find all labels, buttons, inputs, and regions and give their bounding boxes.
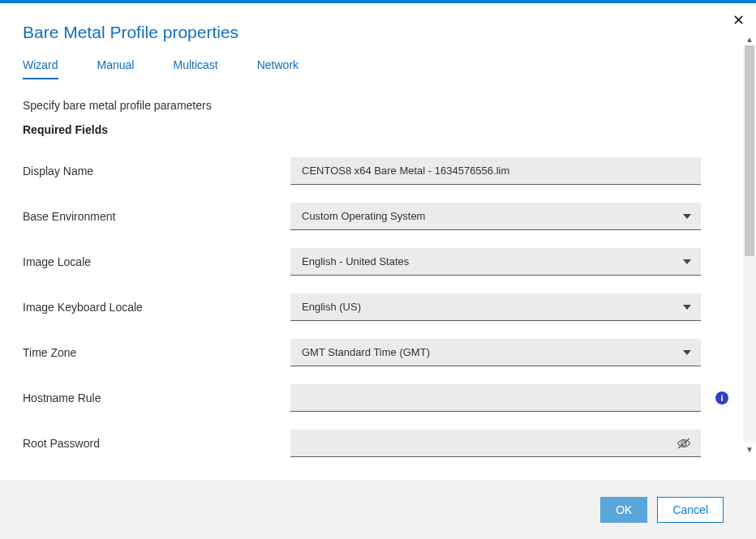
cancel-button[interactable]: Cancel — [657, 497, 724, 523]
control-wrap-image-locale — [290, 248, 701, 276]
label-image-keyboard-locale: Image Keyboard Locale — [23, 301, 290, 314]
dialog-title: Bare Metal Profile properties — [23, 23, 733, 42]
input-hostname-rule[interactable] — [290, 384, 701, 412]
label-base-environment: Base Environment — [23, 210, 290, 223]
dialog-footer: OK Cancel — [0, 480, 756, 539]
row-base-environment: Base Environment — [23, 203, 733, 230]
label-display-name: Display Name — [23, 165, 290, 178]
scroll-down-icon[interactable]: ▼ — [743, 443, 756, 456]
tab-network[interactable]: Network — [257, 58, 299, 79]
scrollbar-thumb[interactable] — [745, 45, 754, 256]
section-header: Required Fields — [23, 123, 733, 136]
select-image-locale[interactable] — [290, 248, 701, 276]
input-display-name[interactable] — [290, 157, 701, 185]
info-icon[interactable]: i — [715, 391, 728, 404]
row-root-password: Root Password — [23, 430, 733, 457]
dialog-body: Bare Metal Profile properties Wizard Man… — [0, 3, 756, 480]
input-root-password[interactable] — [290, 430, 701, 457]
ok-button[interactable]: OK — [600, 497, 647, 523]
select-time-zone[interactable] — [290, 339, 701, 366]
control-wrap-time-zone — [290, 339, 701, 366]
tab-manual[interactable]: Manual — [97, 58, 135, 79]
label-hostname-rule: Hostname Rule — [23, 391, 290, 404]
control-wrap-root-password — [290, 430, 701, 457]
tab-multicast[interactable]: Multicast — [173, 58, 217, 79]
tab-bar: Wizard Manual Multicast Network — [23, 58, 733, 79]
select-base-environment[interactable] — [290, 203, 701, 230]
label-image-locale: Image Locale — [23, 255, 290, 268]
label-time-zone: Time Zone — [23, 346, 290, 359]
row-time-zone: Time Zone — [23, 339, 733, 366]
row-image-locale: Image Locale — [23, 248, 733, 276]
row-display-name: Display Name — [23, 157, 733, 185]
control-wrap-base-environment — [290, 203, 701, 230]
tab-wizard[interactable]: Wizard — [23, 58, 58, 79]
control-wrap-hostname-rule: i — [290, 384, 701, 412]
label-root-password: Root Password — [23, 437, 290, 450]
control-wrap-display-name — [290, 157, 701, 185]
select-image-keyboard-locale[interactable] — [290, 293, 701, 321]
row-image-keyboard-locale: Image Keyboard Locale — [23, 293, 733, 321]
scrollbar[interactable]: ▲ ▼ — [743, 45, 756, 443]
control-wrap-image-keyboard-locale — [290, 293, 701, 321]
row-hostname-rule: Hostname Rule i — [23, 384, 733, 412]
scroll-up-icon[interactable]: ▲ — [743, 32, 756, 45]
instruction-text: Specify bare metal profile parameters — [23, 99, 733, 112]
